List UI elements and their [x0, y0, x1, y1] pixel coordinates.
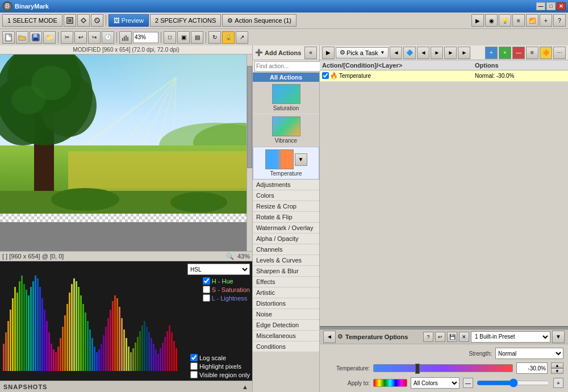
- tab-specify-actions[interactable]: 2 SPECIFY ACTIONS: [150, 14, 221, 27]
- category-effects[interactable]: Effects: [253, 277, 319, 287]
- rt-btn-5[interactable]: ►: [444, 47, 457, 59]
- rt-btn-1[interactable]: ◄: [390, 47, 402, 59]
- vibrance-thumbnail[interactable]: Vibrance: [253, 114, 319, 147]
- view-btn-3[interactable]: ▤: [191, 31, 203, 44]
- rt-extra-btn[interactable]: ⋯: [553, 47, 566, 59]
- category-noise[interactable]: Noise: [253, 309, 319, 320]
- hue-checkbox-row[interactable]: H - Hue: [203, 277, 250, 285]
- open-btn[interactable]: [16, 31, 28, 44]
- histogram-btn[interactable]: [119, 31, 132, 44]
- lightness-checkbox-row[interactable]: L - Lightness: [203, 294, 250, 302]
- temperature-gradient[interactable]: [373, 364, 513, 372]
- preset-select[interactable]: 1 Built-in Preset: [471, 331, 550, 343]
- category-adjustments[interactable]: Adjustments: [253, 180, 319, 190]
- saturation-checkbox-row[interactable]: S - Saturation: [203, 286, 250, 293]
- tool-btn-3[interactable]: [91, 14, 103, 27]
- category-resize-crop[interactable]: Resize & Crop: [253, 201, 319, 212]
- action-list-area[interactable]: 🔥 Temperature Normal: -30.0%: [320, 70, 568, 326]
- category-watermark[interactable]: Watermark / Overlay: [253, 223, 319, 233]
- highlight-pixels-checkbox[interactable]: [190, 362, 198, 370]
- saturation-thumbnail[interactable]: Saturation: [253, 82, 319, 114]
- view-btn-1[interactable]: □: [164, 31, 176, 44]
- help-btn[interactable]: ?: [423, 332, 433, 342]
- temp-up-btn[interactable]: ▲: [551, 362, 563, 368]
- temperature-slider-thumb[interactable]: [415, 364, 420, 374]
- rt-btn-3[interactable]: ◄: [417, 47, 429, 59]
- vertical-scrollbar[interactable]: [247, 55, 252, 251]
- save-btn[interactable]: [30, 31, 42, 44]
- log-scale-row[interactable]: Log scale: [190, 354, 250, 361]
- temperature-thumbnail[interactable]: ▼ Temperature: [253, 147, 319, 180]
- all-actions-header[interactable]: All Actions: [253, 73, 319, 82]
- lock-btn[interactable]: 🔒: [222, 31, 235, 44]
- toolbar-extra-2[interactable]: ◉: [485, 14, 498, 27]
- rt-yellow-btn[interactable]: 🔶: [540, 47, 552, 59]
- preset-expand-btn[interactable]: ▼: [552, 331, 565, 343]
- table-row[interactable]: 🔥 Temperature Normal: -30.0%: [320, 70, 568, 82]
- save-preset-btn[interactable]: 💾: [447, 332, 457, 342]
- saturation-checkbox[interactable]: [203, 286, 210, 293]
- close-options-btn[interactable]: ✕: [459, 332, 469, 342]
- history-btn[interactable]: 🕐: [102, 31, 114, 44]
- tool-btn-1[interactable]: [64, 14, 76, 27]
- save-all-btn[interactable]: 📁: [43, 31, 56, 44]
- refresh-btn[interactable]: ↻: [208, 31, 221, 44]
- middle-scroll[interactable]: Saturation Vibrance ▼ Temperature Adjust…: [253, 82, 319, 392]
- category-conditions[interactable]: Conditions: [253, 341, 319, 352]
- hue-checkbox[interactable]: [203, 277, 210, 285]
- toolbar-extra-7[interactable]: ?: [553, 14, 566, 27]
- right-tool-1[interactable]: ▶: [322, 47, 335, 59]
- visible-region-row[interactable]: Visible region only: [190, 371, 250, 378]
- category-colors[interactable]: Colors: [253, 190, 319, 201]
- add-actions-button[interactable]: ➕ Add Actions: [255, 49, 301, 56]
- category-miscellaneous[interactable]: Miscellaneous: [253, 331, 319, 341]
- rt-btn-4[interactable]: ►: [431, 47, 443, 59]
- tab-action-sequence[interactable]: ⚙ Action Sequence (1): [222, 14, 296, 27]
- tab-select-mode[interactable]: 1 SELECT MODE: [2, 14, 62, 27]
- category-channels[interactable]: Channels: [253, 244, 319, 255]
- toolbar-extra-3[interactable]: 💡: [499, 14, 511, 27]
- apply-range-slider[interactable]: [477, 379, 550, 387]
- apply-plus-btn[interactable]: +: [553, 378, 563, 388]
- strength-select[interactable]: Normal Soft Hard Luminosity: [495, 348, 563, 359]
- find-action-input[interactable]: [254, 61, 330, 72]
- category-distortions[interactable]: Distortions: [253, 298, 319, 309]
- toolbar-extra-6[interactable]: +: [540, 14, 552, 27]
- rt-btn-2[interactable]: 🔷: [403, 47, 416, 59]
- cut-btn[interactable]: ✂: [61, 31, 73, 44]
- temp-down-btn[interactable]: ▼: [551, 368, 563, 374]
- category-edge-detection[interactable]: Edge Detection: [253, 320, 319, 331]
- lightness-checkbox[interactable]: [203, 294, 210, 302]
- rt-color-btn[interactable]: +: [499, 47, 511, 59]
- maximize-button[interactable]: □: [546, 2, 556, 10]
- tab-preview[interactable]: 🖼 Preview: [108, 14, 149, 27]
- minimize-button[interactable]: —: [536, 2, 545, 10]
- highlight-pixels-row[interactable]: Highlight pixels: [190, 362, 250, 370]
- temp-expand-btn[interactable]: ▼: [295, 153, 307, 166]
- new-btn[interactable]: [2, 31, 15, 44]
- rt-btn-6[interactable]: ►: [458, 47, 470, 59]
- collapse-btn[interactable]: «: [304, 47, 317, 59]
- apply-minus-btn[interactable]: —: [463, 378, 473, 388]
- category-levels[interactable]: Levels & Curves: [253, 255, 319, 266]
- zoom-input[interactable]: 43%: [133, 32, 158, 43]
- toolbar-extra-1[interactable]: ▶: [471, 14, 484, 27]
- view-btn-2[interactable]: ▣: [177, 31, 190, 44]
- apply-select[interactable]: All Colors Reds Greens Blues Cyans Magen…: [411, 377, 460, 389]
- toolbar-extra-5[interactable]: 📶: [526, 14, 538, 27]
- category-artistic[interactable]: Artistic: [253, 287, 319, 298]
- redo-btn[interactable]: ↪: [88, 31, 101, 44]
- histogram-mode-select[interactable]: HSL RGB CMYK: [187, 264, 250, 275]
- category-alpha[interactable]: Alpha / Opacity: [253, 233, 319, 244]
- undo-btn[interactable]: ↩: [74, 31, 87, 44]
- image-area[interactable]: [0, 55, 252, 251]
- rt-strip-btn[interactable]: ≡: [526, 47, 538, 59]
- move-btn[interactable]: ↗: [236, 31, 248, 44]
- log-scale-checkbox[interactable]: [190, 354, 198, 361]
- options-collapse-btn[interactable]: ◄: [323, 331, 336, 343]
- close-button[interactable]: ✕: [557, 2, 566, 10]
- category-sharpen[interactable]: Sharpen & Blur: [253, 266, 319, 277]
- scrollbar-thumb[interactable]: [247, 66, 252, 168]
- tool-btn-2[interactable]: [77, 14, 90, 27]
- row-checkbox[interactable]: [322, 72, 329, 79]
